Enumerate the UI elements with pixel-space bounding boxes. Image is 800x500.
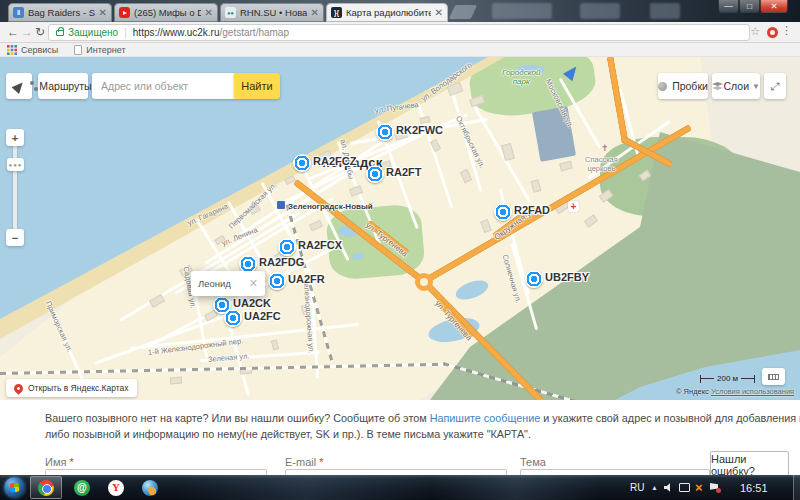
- action-center-flag-icon[interactable]: [710, 475, 719, 500]
- find-button[interactable]: Найти: [234, 73, 280, 99]
- secure-label: Защищено: [68, 27, 118, 38]
- required-mark: *: [69, 456, 73, 468]
- bookmark-label: Сервисы: [21, 45, 58, 55]
- layers-button[interactable]: Слои ▼: [712, 73, 760, 99]
- language-indicator[interactable]: RU: [630, 475, 644, 500]
- yandex-map[interactable]: ул. Пугачеваул. ВолодарскогоОктябрьская …: [0, 57, 800, 400]
- zoom-in-button[interactable]: +: [6, 129, 24, 146]
- fullscreen-icon: ⤢: [771, 80, 780, 93]
- marker-callsign-label: UA2FR: [288, 273, 325, 285]
- window-close-button[interactable]: ✕: [760, 0, 788, 13]
- marker-callsign-label: RA2FCZ: [313, 155, 356, 167]
- tab-title: RHN.SU • Новая тема: [240, 7, 307, 18]
- building: [170, 376, 183, 384]
- window-minimize-button[interactable]: —: [718, 0, 739, 13]
- routes-button[interactable]: Маршруты: [38, 73, 88, 99]
- bookmark-services[interactable]: Сервисы: [7, 45, 58, 55]
- bookmark-star-icon[interactable]: ☆: [750, 25, 760, 38]
- map-marker[interactable]: [278, 238, 296, 256]
- taskbar-mail-agent-button[interactable]: @: [66, 476, 98, 499]
- zoom-out-button[interactable]: −: [6, 229, 24, 246]
- map-copyright: © Яндекс Условия использования: [676, 387, 794, 396]
- address-bar[interactable]: Защищено | https://www.uc2k.ru /getstart…: [48, 24, 750, 41]
- map-label: Зеленоградск-Новый: [288, 202, 373, 211]
- layers-label: Слои: [724, 80, 750, 92]
- tray-app-icon[interactable]: ×: [695, 475, 703, 500]
- volume-icon[interactable]: [664, 475, 674, 500]
- bookmark-label: Интернет: [86, 45, 125, 55]
- ruler-button[interactable]: [762, 368, 785, 385]
- apps-grid-icon: [7, 45, 17, 55]
- map-marker[interactable]: [525, 270, 543, 288]
- map-marker[interactable]: [376, 123, 394, 141]
- chrome-icon: [38, 480, 54, 496]
- tab2-favicon-youtube: [119, 7, 130, 18]
- tab-close-icon[interactable]: ✕: [435, 8, 443, 18]
- tab-close-icon[interactable]: ✕: [205, 8, 213, 18]
- browser-tab-2[interactable]: (265) Мифы о DMR. Видео ✕: [114, 3, 218, 22]
- taskbar-chrome-button[interactable]: [30, 476, 62, 499]
- map-search-input[interactable]: [92, 73, 234, 99]
- back-icon[interactable]: ←: [7, 24, 19, 41]
- background-window-blur: [580, 3, 620, 19]
- browser-tab-active[interactable]: }{ Карта радиолюбителей Ка ✕: [326, 3, 448, 22]
- browser-toolbar: ← → ↻ Защищено | https://www.uc2k.ru /ge…: [0, 22, 800, 43]
- background-window-blur: [492, 3, 552, 19]
- traffic-button[interactable]: Пробки: [658, 73, 708, 99]
- browser-menu-icon[interactable]: ⋮: [781, 24, 792, 37]
- taskbar-yandex-browser-button[interactable]: Y: [100, 476, 132, 499]
- marker-callsign-label: UA2CK: [233, 297, 271, 309]
- refresh-icon[interactable]: ↻: [35, 24, 45, 41]
- page-description: Вашего позывного нет на карте? Или вы на…: [45, 411, 800, 442]
- map-marker[interactable]: [494, 203, 512, 221]
- forward-icon[interactable]: →: [21, 24, 33, 41]
- open-in-yandex-maps-button[interactable]: Открыть в Яндекс.Картах: [6, 379, 137, 397]
- find-label: Найти: [241, 80, 272, 92]
- marker-callsign-label: RA2FCX: [298, 239, 342, 251]
- map-marker[interactable]: [366, 165, 384, 183]
- taskbar-clock[interactable]: 16:51: [740, 475, 768, 500]
- url-separator: |: [124, 27, 127, 38]
- marker-callsign-label: RK2FWC: [396, 124, 443, 136]
- write-message-link[interactable]: Напишите сообщение: [430, 412, 541, 424]
- network-icon[interactable]: [679, 475, 690, 500]
- browser-tab-3[interactable]: ●● RHN.SU • Новая тема ✕: [220, 3, 324, 22]
- map-scale-bar: 200 м: [700, 374, 755, 383]
- windows-taskbar: @ Y RU ▲ × 16:51: [0, 475, 800, 500]
- found-error-button[interactable]: Нашли ошибку?: [710, 451, 789, 478]
- tooltip-close-icon[interactable]: ✕: [249, 277, 258, 290]
- tab-title: (265) Мифы о DMR. Видео: [134, 7, 201, 18]
- label-text: Имя: [45, 456, 66, 468]
- tab-close-icon[interactable]: ✕: [99, 8, 107, 18]
- terms-link[interactable]: Условия использования: [711, 387, 794, 396]
- taskbar-browser-button[interactable]: [134, 476, 166, 499]
- description-line-2: либо позывной и информацию по нему(не де…: [45, 427, 800, 443]
- flag-glyph: [710, 483, 719, 492]
- tray-expand-icon[interactable]: ▲: [651, 475, 658, 500]
- open-in-yandex-label: Открыть в Яндекс.Картах: [28, 383, 129, 393]
- zoom-slider-handle[interactable]: ●●●: [7, 158, 24, 171]
- map-marker[interactable]: [224, 309, 242, 327]
- fullscreen-button[interactable]: ⤢: [764, 73, 786, 99]
- hospital-icon: +: [568, 201, 579, 212]
- map-marker[interactable]: [268, 272, 286, 290]
- show-desktop-button[interactable]: [793, 475, 800, 500]
- traffic-label: Пробки: [672, 80, 708, 92]
- name-field-label: Имя*: [45, 456, 74, 468]
- mail-agent-icon: @: [74, 480, 90, 496]
- window-maximize-button[interactable]: □: [739, 0, 760, 13]
- speaker-glyph: [664, 483, 674, 493]
- scale-line: [701, 378, 714, 379]
- bookmark-internet[interactable]: Интернет: [74, 45, 125, 55]
- map-marker[interactable]: [293, 154, 311, 172]
- extension-icon[interactable]: [767, 27, 778, 38]
- tab-close-icon[interactable]: ✕: [311, 8, 319, 18]
- tooltip-text: Леонид: [198, 278, 231, 289]
- label-text: Тема: [520, 456, 546, 468]
- start-button[interactable]: [4, 477, 25, 498]
- browser-tab-1[interactable]: ‖ Bag Raiders - Shooting Sta ✕: [8, 3, 112, 22]
- locate-me-button[interactable]: [6, 73, 32, 99]
- scale-line: [741, 378, 754, 379]
- roundabout: [415, 273, 433, 291]
- marker-callsign-label: RA2FT: [386, 166, 421, 178]
